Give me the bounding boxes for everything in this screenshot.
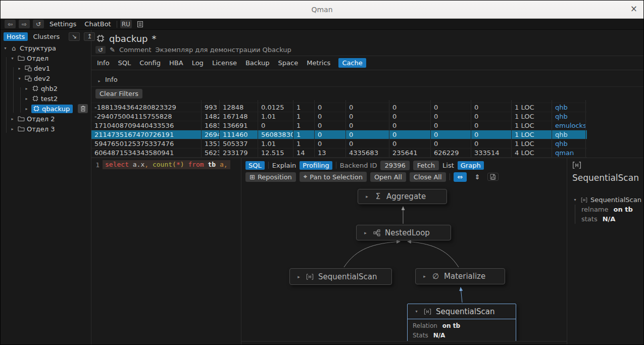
sql-mode-button[interactable]: SQL [245,161,265,170]
nested-loop-icon [373,229,380,236]
fit-height-button[interactable]: ⇕ [470,172,484,182]
sql-editor[interactable]: 1 select a.x, count(*) from tb a, [91,158,241,344]
pan-icon: ⌖ [304,173,307,181]
delete-host-button[interactable] [78,104,88,113]
plan-node-header[interactable]: ▾ SequentialScan [408,304,516,319]
cell-db-link[interactable]: emulocks [552,121,586,130]
table-row[interactable]: 594765012537533747613515053371.011000001… [91,139,587,149]
save-image-button[interactable] [487,173,499,181]
tree-item-test2[interactable]: ▸ test2 [1,93,91,104]
plan-toolbar-row2: ⊞Reposition ⌖Pan to Selection Open All C… [241,171,567,182]
tree-item-otdel[interactable]: ▾ Отдел [1,53,91,63]
expander-icon[interactable]: ▸ [296,274,302,279]
tab-space[interactable]: Space [278,58,299,68]
plan-node-seqscan-left[interactable]: ▸ SequentialScan [289,268,392,285]
open-all-button[interactable]: Open All [370,172,406,182]
settings-menu[interactable]: Settings [47,20,79,28]
reposition-button[interactable]: ⊞Reposition [245,172,296,182]
tab-clusters[interactable]: Clusters [32,32,61,41]
cell-db-link[interactable]: qhb [552,112,586,121]
fit-width-button[interactable]: ⇔ [454,172,467,182]
cell-db-link[interactable]: qman [552,149,586,157]
info-section-header[interactable]: ▸ Info [91,70,643,87]
expander-icon[interactable]: ▸ [24,96,29,101]
list-view-button[interactable]: List [442,162,454,169]
plan-node-materialize[interactable]: ▸ ∅ Materialize [415,268,505,284]
table-row[interactable]: -29407500411575582814821671481.011000001… [91,112,587,121]
tab-config[interactable]: Config [139,58,161,68]
fetch-button[interactable]: Fetch [413,161,439,170]
expander-icon[interactable]: ▾ [414,309,419,314]
explain-button[interactable]: Explain [272,162,296,169]
plan-node-nestedloop[interactable]: ▸ NestedLoop [356,225,451,240]
sql-token: a, [216,161,227,168]
expander-icon[interactable]: ▸ [24,86,29,91]
tab-log[interactable]: Log [191,58,204,68]
expander-icon[interactable]: ▸ [422,274,427,279]
collapse-all-button[interactable]: ↘ [69,32,80,41]
refresh-button[interactable]: ↺ [33,20,44,28]
scroll-to-top-button[interactable]: ↥ [84,32,95,41]
tab-sql[interactable]: SQL [118,58,132,68]
details-tree-node[interactable]: ▾ SequentialScan [572,196,643,204]
tab-hba[interactable]: HBA [169,58,184,68]
tree-item-qhb2[interactable]: ▸ qhb2 [1,83,91,93]
sql-token: ) [180,161,184,168]
dirty-indicator: * [152,33,156,44]
tree-item-dev1[interactable]: ▸ dev1 [1,63,91,73]
cell-db-link[interactable]: qhb [552,139,586,148]
sql-code-line[interactable]: select a.x, count(*) from tb a, [103,160,230,169]
backend-id-label: Backend ID [340,162,377,169]
chatbot-menu[interactable]: ChatBot [82,20,113,28]
document-button[interactable] [135,20,146,28]
table-row[interactable]: 1710408709440433536168313669101000001 LO… [91,121,587,130]
expander-icon[interactable]: ▸ [24,107,29,111]
table-row[interactable]: -1881394364280823329993128480.0125100000… [91,103,587,112]
revert-comment-button[interactable]: ↺ [95,46,106,54]
tab-backup[interactable]: Backup [245,58,270,68]
expander-icon[interactable]: ▸ [17,66,22,71]
tree-item-label: Отдел [27,55,48,62]
expander-icon[interactable]: ▸ [10,127,15,131]
tree-item-qbackup-selected[interactable]: qbackup [31,105,73,113]
forward-button[interactable]: ⇨ [19,20,30,28]
cell-db-link[interactable]: qhb [552,130,586,139]
expander-icon[interactable]: ▾ [572,198,578,202]
close-all-button[interactable]: Close All [410,172,446,182]
table-row-selected[interactable]: 2114735167470726191269411146056083830100… [91,130,587,139]
tree-item-dev2[interactable]: ▾ dev2 [1,73,91,83]
clear-filters-button[interactable]: Clear Filters [95,89,142,98]
plan-node-aggregate[interactable]: ▸ Σ Aggregate [358,189,447,204]
cell: 333514 [471,149,512,157]
sql-token: from [184,161,208,168]
expander-icon[interactable]: ▸ [364,194,370,199]
tree-item-structure[interactable]: ▾ ⌂ Структура [1,43,91,53]
expander-icon[interactable]: ▸ [363,230,368,235]
profiling-button[interactable]: Profiling [300,161,332,170]
graph-view-button[interactable]: Graph [458,161,484,170]
tree-item-qbackup[interactable]: ▸ qbackup [1,104,91,114]
back-button[interactable]: ⇦ [5,20,16,28]
tab-metrics[interactable]: Metrics [306,58,331,68]
expander-icon[interactable]: ▾ [10,56,15,61]
plan-node-seqscan-selected[interactable]: ▾ SequentialScan Relationon tb StatsN/A [407,304,516,341]
language-button[interactable]: RU [120,20,132,28]
expander-icon[interactable]: ▾ [17,76,22,81]
cell: 1 [293,112,315,121]
expander-icon[interactable]: ▸ [10,117,15,121]
pan-to-selection-button[interactable]: ⌖Pan to Selection [300,172,367,182]
window-close-icon[interactable]: × [630,5,637,13]
expander-icon[interactable]: ▾ [3,46,8,51]
tab-info[interactable]: Info [96,58,110,68]
top-toolbar: ⇦ ⇨ ↺ Settings ChatBot RU [1,19,643,30]
tab-cache[interactable]: Cache [338,58,366,68]
tree-item-otdel2[interactable]: ▸ Отдел 2 [1,114,91,124]
plan-graph-canvas[interactable]: ▸ Σ Aggregate ▸ NestedLoop ▸ Seq [241,182,567,341]
cell-db-link[interactable]: qhb [552,103,586,112]
folder-icon [17,55,25,62]
table-row[interactable]: 6064871534343580941562323317912.51514134… [91,149,587,158]
backend-id-value[interactable]: 29396 [380,161,409,170]
tab-hosts[interactable]: Hosts [4,32,28,41]
tree-item-otdel3[interactable]: ▸ Отдел 3 [1,124,91,134]
tab-license[interactable]: License [212,58,237,68]
